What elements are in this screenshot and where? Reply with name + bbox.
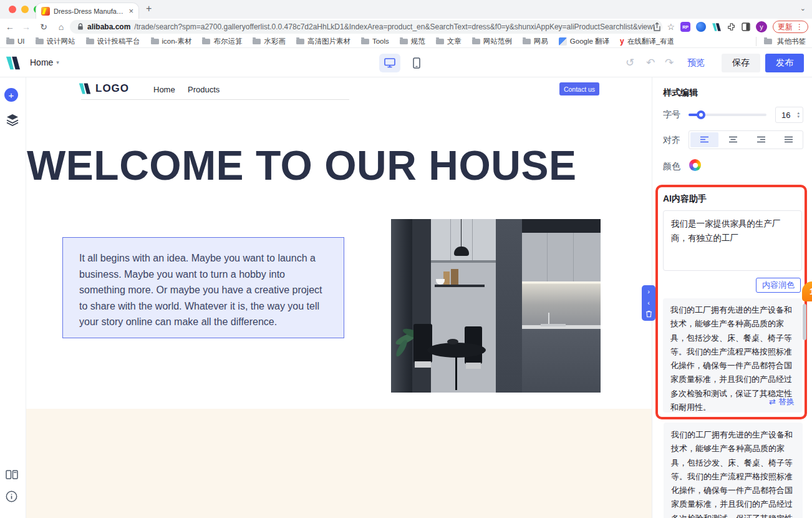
bookmark-item[interactable]: 文章 [436, 37, 462, 46]
align-label: 对齐 [663, 135, 680, 146]
save-button[interactable]: 保存 [722, 54, 760, 72]
add-block-button[interactable]: + [4, 88, 18, 102]
align-left-icon [700, 136, 709, 144]
extensions-puzzle-icon[interactable] [727, 22, 736, 31]
align-left-button[interactable] [690, 132, 718, 147]
element-toolbar[interactable]: › ‹ [642, 285, 655, 321]
site-logo[interactable]: LOGO [78, 82, 129, 95]
next-section-background [26, 409, 652, 518]
bookmark-item[interactable]: 设计网站 [36, 37, 75, 46]
photo-cutting-board [443, 271, 450, 285]
align-right-button[interactable] [747, 131, 775, 149]
site-nav-home[interactable]: Home [153, 85, 175, 94]
ai-assistant-highlight: AI内容助手 我们是一家提供家具的生产厂商，有独立的工厂 内容润色 我们的工厂拥… [655, 185, 807, 419]
publish-button[interactable]: 发布 [765, 54, 804, 72]
folder-icon [361, 39, 369, 44]
info-icon[interactable] [6, 491, 17, 502]
font-size-stepper[interactable]: 16 ▴ ▾ [775, 107, 803, 123]
reload-button[interactable]: ↻ [36, 19, 51, 35]
home-button[interactable]: ⌂ [54, 19, 69, 35]
profile-avatar[interactable]: y [756, 21, 767, 32]
close-window-button[interactable] [9, 6, 16, 13]
photo-table-bowl [447, 339, 458, 345]
site-logo-icon [78, 82, 92, 95]
desktop-view-button[interactable] [379, 54, 400, 72]
browser-window: Dress-Dress Manufacturers, S... × + ⌄ ← … [0, 0, 812, 518]
undo-button[interactable]: ↶ [646, 56, 655, 69]
bookmark-label: 文章 [447, 37, 462, 46]
bookmark-item[interactable]: icon-素材 [151, 37, 192, 46]
content-polish-button[interactable]: 内容润色 [756, 278, 801, 293]
align-center-icon [728, 136, 738, 144]
chevron-right-icon[interactable]: › [647, 288, 650, 295]
photo-upper-cabinets [522, 233, 601, 283]
bookmark-item[interactable]: 水彩画 [253, 37, 286, 46]
site-canvas[interactable]: LOGO Home Products Contact us WELCOME TO… [26, 77, 652, 518]
ai-result-alt[interactable]: 我们的工厂拥有先进的生产设备和技术，能够生产各种高品质的家具，包括沙发、床、餐桌… [664, 423, 803, 518]
left-rail: + [0, 77, 26, 518]
ai-input-textarea[interactable]: 我们是一家提供家具的生产厂商，有独立的工厂 [663, 210, 802, 271]
bookmark-item[interactable]: Tools [361, 37, 389, 45]
chevron-down-icon: ▾ [56, 59, 59, 66]
pages-icon[interactable] [6, 469, 18, 480]
bookmark-item[interactable]: 网易 [523, 37, 548, 46]
photo-upper-dark-band [522, 219, 601, 233]
intro-text-block[interactable]: It all begins with an idea. Maybe you wa… [62, 237, 344, 338]
preview-button[interactable]: 预览 [687, 57, 705, 69]
slider-thumb[interactable] [697, 110, 705, 119]
share-icon[interactable] [653, 22, 661, 31]
ai-result-box[interactable]: 我们的工厂拥有先进的生产设备和技术，能够生产各种高品质的家具，包括沙发、床、餐桌… [663, 298, 802, 413]
folder-icon [523, 39, 531, 44]
align-justify-button[interactable] [775, 131, 803, 149]
site-nav-products[interactable]: Products [188, 85, 220, 94]
minimize-window-button[interactable] [21, 6, 29, 13]
bookmark-item[interactable]: 网站范例 [472, 37, 512, 46]
font-size-slider[interactable] [689, 114, 766, 116]
page-selector-dropdown[interactable]: Home ▾ [30, 57, 59, 67]
photo-shelf [435, 285, 485, 287]
trash-icon[interactable] [645, 310, 652, 318]
bookmark-item[interactable]: 高清图片素材 [296, 37, 350, 46]
other-bookmarks-button[interactable]: 其他书签 [756, 37, 806, 46]
bookmark-item[interactable]: 设计投稿平台 [86, 37, 140, 46]
bookmark-item[interactable]: 规范 [400, 37, 425, 46]
chrome-update-button[interactable]: 更新 ⋮ [773, 21, 808, 33]
bookmark-item-google-translate[interactable]: Google 翻译 [559, 37, 609, 46]
color-picker-wheel[interactable] [689, 159, 701, 171]
replace-button[interactable]: ⇄ 替换 [769, 395, 795, 409]
tab-strip-chevron-icon[interactable]: ⌄ [800, 4, 806, 12]
new-tab-button[interactable]: + [146, 3, 152, 14]
chevron-left-icon[interactable]: ‹ [647, 300, 650, 306]
contact-us-button[interactable]: Contact us [559, 82, 599, 95]
layers-icon[interactable] [6, 114, 19, 126]
address-input[interactable]: alibaba.com /trade/search?spm=a2700.gall… [70, 20, 662, 34]
panel-scrollbar[interactable] [803, 304, 806, 340]
extension-blue-icon[interactable] [696, 22, 706, 32]
hero-heading[interactable]: WELCOME TO OUR HOUSE [27, 142, 576, 189]
url-domain: alibaba.com [87, 22, 130, 31]
tab-group-icon[interactable] [742, 22, 750, 31]
bookmark-label: 网站范例 [483, 37, 512, 46]
browser-menu-icon[interactable]: ⋮ [796, 22, 803, 31]
bookmark-item[interactable]: 布尔运算 [202, 37, 242, 46]
step-down-icon[interactable]: ▾ [797, 115, 800, 119]
browser-tab[interactable]: Dress-Dress Manufacturers, S... × [36, 2, 139, 19]
redo-button[interactable]: ↷ [665, 56, 674, 69]
bookmark-star-icon[interactable]: ☆ [667, 22, 675, 32]
align-center-button[interactable] [720, 131, 748, 149]
photo-backsplash [522, 284, 601, 325]
reset-button[interactable]: ↺ [626, 56, 634, 69]
bookmark-item-youdao[interactable]: y在线翻译_有道 [620, 37, 674, 46]
color-label: 颜色 [663, 161, 680, 172]
bookmark-label: 布尔运算 [213, 37, 242, 46]
phone-icon [413, 57, 420, 69]
stepper-arrows[interactable]: ▴ ▾ [797, 111, 800, 119]
extension-rp-icon[interactable]: RP [680, 22, 690, 32]
bookmark-item[interactable]: UI [6, 37, 25, 45]
forward-button[interactable]: → [19, 19, 34, 35]
back-button[interactable]: ← [2, 19, 17, 35]
mobile-view-button[interactable] [413, 57, 420, 71]
tab-close-icon[interactable]: × [128, 6, 133, 16]
builder-extension-icon[interactable] [712, 22, 722, 32]
folder-icon [400, 39, 408, 44]
